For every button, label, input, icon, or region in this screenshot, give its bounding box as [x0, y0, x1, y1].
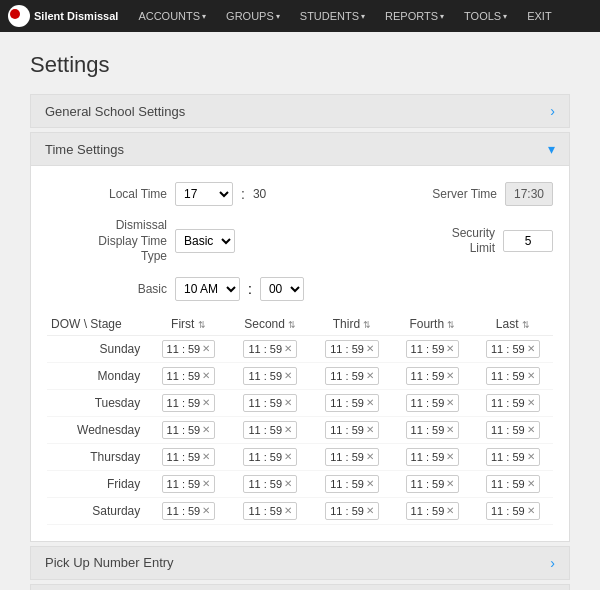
- remove-time-icon[interactable]: ✕: [446, 424, 454, 435]
- remove-time-icon[interactable]: ✕: [284, 478, 292, 489]
- time-input-first[interactable]: 11 : 59✕: [162, 394, 216, 412]
- remove-time-icon[interactable]: ✕: [202, 343, 210, 354]
- time-input-last[interactable]: 11 : 59✕: [486, 475, 540, 493]
- security-limit-input[interactable]: [503, 230, 553, 252]
- time-input-fourth[interactable]: 11 : 59✕: [406, 367, 460, 385]
- remove-time-icon[interactable]: ✕: [284, 370, 292, 381]
- time-input-third[interactable]: 11 : 59✕: [325, 475, 379, 493]
- chevron-pickup-icon: ›: [550, 555, 555, 571]
- remove-time-icon[interactable]: ✕: [202, 478, 210, 489]
- remove-time-icon[interactable]: ✕: [366, 451, 374, 462]
- time-input-first[interactable]: 11 : 59✕: [162, 421, 216, 439]
- remove-time-icon[interactable]: ✕: [202, 505, 210, 516]
- remove-time-icon[interactable]: ✕: [527, 505, 535, 516]
- remove-time-icon[interactable]: ✕: [527, 478, 535, 489]
- remove-time-icon[interactable]: ✕: [202, 370, 210, 381]
- remove-time-icon[interactable]: ✕: [527, 424, 535, 435]
- basic-hour-select[interactable]: 10 AM: [175, 277, 240, 301]
- sort-second-icon[interactable]: ⇅: [288, 320, 296, 330]
- remove-time-icon[interactable]: ✕: [527, 343, 535, 354]
- time-input-second[interactable]: 11 : 59✕: [243, 502, 297, 520]
- time-input-second[interactable]: 11 : 59✕: [243, 340, 297, 358]
- time-input-third[interactable]: 11 : 59✕: [325, 367, 379, 385]
- time-input-first[interactable]: 11 : 59✕: [162, 475, 216, 493]
- remove-time-icon[interactable]: ✕: [202, 397, 210, 408]
- remove-time-icon[interactable]: ✕: [284, 505, 292, 516]
- time-input-last[interactable]: 11 : 59✕: [486, 367, 540, 385]
- sort-first-icon[interactable]: ⇅: [198, 320, 206, 330]
- remove-time-icon[interactable]: ✕: [284, 343, 292, 354]
- time-input-third[interactable]: 11 : 59✕: [325, 502, 379, 520]
- accordion-pickup-header[interactable]: Pick Up Number Entry ›: [30, 546, 570, 580]
- remove-time-icon[interactable]: ✕: [446, 505, 454, 516]
- remove-time-icon[interactable]: ✕: [366, 478, 374, 489]
- time-input-second[interactable]: 11 : 59✕: [243, 421, 297, 439]
- time-input-second[interactable]: 11 : 59✕: [243, 394, 297, 412]
- time-input-first[interactable]: 11 : 59✕: [162, 502, 216, 520]
- accordion-general-header[interactable]: General School Settings ›: [30, 94, 570, 128]
- remove-time-icon[interactable]: ✕: [446, 397, 454, 408]
- time-cell-sunday-last: 11 : 59✕: [473, 335, 553, 362]
- time-input-fourth[interactable]: 11 : 59✕: [406, 394, 460, 412]
- basic-min-select[interactable]: 00: [260, 277, 304, 301]
- time-input-first[interactable]: 11 : 59✕: [162, 367, 216, 385]
- time-input-third[interactable]: 11 : 59✕: [325, 421, 379, 439]
- remove-time-icon[interactable]: ✕: [446, 343, 454, 354]
- nav-exit[interactable]: EXIT: [519, 6, 559, 26]
- remove-time-icon[interactable]: ✕: [284, 451, 292, 462]
- sort-fourth-icon[interactable]: ⇅: [447, 320, 455, 330]
- remove-time-icon[interactable]: ✕: [366, 370, 374, 381]
- remove-time-icon[interactable]: ✕: [446, 370, 454, 381]
- nav-tools[interactable]: TOOLS ▾: [456, 6, 515, 26]
- remove-time-icon[interactable]: ✕: [366, 424, 374, 435]
- nav-students[interactable]: STUDENTS ▾: [292, 6, 373, 26]
- sort-last-icon[interactable]: ⇅: [522, 320, 530, 330]
- time-input-second[interactable]: 11 : 59✕: [243, 475, 297, 493]
- accordion-classroom-header[interactable]: Classroom Settings ›: [30, 584, 570, 590]
- sort-third-icon[interactable]: ⇅: [363, 320, 371, 330]
- remove-time-icon[interactable]: ✕: [527, 370, 535, 381]
- local-time-hour-select[interactable]: 17: [175, 182, 233, 206]
- remove-time-icon[interactable]: ✕: [366, 343, 374, 354]
- remove-time-icon[interactable]: ✕: [284, 424, 292, 435]
- time-input-fourth[interactable]: 11 : 59✕: [406, 421, 460, 439]
- nav-groups[interactable]: GROUPS ▾: [218, 6, 288, 26]
- local-time-minutes: 30: [253, 187, 266, 201]
- table-row: Saturday11 : 59✕11 : 59✕11 : 59✕11 : 59✕…: [47, 497, 553, 524]
- remove-time-icon[interactable]: ✕: [202, 451, 210, 462]
- time-input-second[interactable]: 11 : 59✕: [243, 448, 297, 466]
- time-input-third[interactable]: 11 : 59✕: [325, 340, 379, 358]
- nav-reports[interactable]: REPORTS ▾: [377, 6, 452, 26]
- time-input-last[interactable]: 11 : 59✕: [486, 502, 540, 520]
- time-input-first[interactable]: 11 : 59✕: [162, 340, 216, 358]
- brand-logo: [8, 5, 30, 27]
- time-input-second[interactable]: 11 : 59✕: [243, 367, 297, 385]
- time-input-last[interactable]: 11 : 59✕: [486, 421, 540, 439]
- remove-time-icon[interactable]: ✕: [202, 424, 210, 435]
- accordion-time-header[interactable]: Time Settings ▾: [30, 132, 570, 166]
- time-cell-thursday-second: 11 : 59✕: [229, 443, 312, 470]
- time-input-last[interactable]: 11 : 59✕: [486, 394, 540, 412]
- time-input-last[interactable]: 11 : 59✕: [486, 448, 540, 466]
- time-input-last[interactable]: 11 : 59✕: [486, 340, 540, 358]
- time-input-fourth[interactable]: 11 : 59✕: [406, 502, 460, 520]
- time-input-first[interactable]: 11 : 59✕: [162, 448, 216, 466]
- time-input-third[interactable]: 11 : 59✕: [325, 448, 379, 466]
- remove-time-icon[interactable]: ✕: [446, 451, 454, 462]
- remove-time-icon[interactable]: ✕: [527, 397, 535, 408]
- dismissal-select[interactable]: Basic: [175, 229, 235, 253]
- remove-time-icon[interactable]: ✕: [527, 451, 535, 462]
- nav-accounts[interactable]: ACCOUNTS ▾: [130, 6, 214, 26]
- remove-time-icon[interactable]: ✕: [366, 397, 374, 408]
- accordion-classroom: Classroom Settings ›: [30, 584, 570, 590]
- time-input-fourth[interactable]: 11 : 59✕: [406, 475, 460, 493]
- time-cell-monday-first: 11 : 59✕: [148, 362, 228, 389]
- time-input-fourth[interactable]: 11 : 59✕: [406, 448, 460, 466]
- time-input-fourth[interactable]: 11 : 59✕: [406, 340, 460, 358]
- remove-time-icon[interactable]: ✕: [284, 397, 292, 408]
- time-cell-wednesday-fourth: 11 : 59✕: [392, 416, 472, 443]
- remove-time-icon[interactable]: ✕: [366, 505, 374, 516]
- time-input-third[interactable]: 11 : 59✕: [325, 394, 379, 412]
- time-cell-sunday-third: 11 : 59✕: [312, 335, 392, 362]
- remove-time-icon[interactable]: ✕: [446, 478, 454, 489]
